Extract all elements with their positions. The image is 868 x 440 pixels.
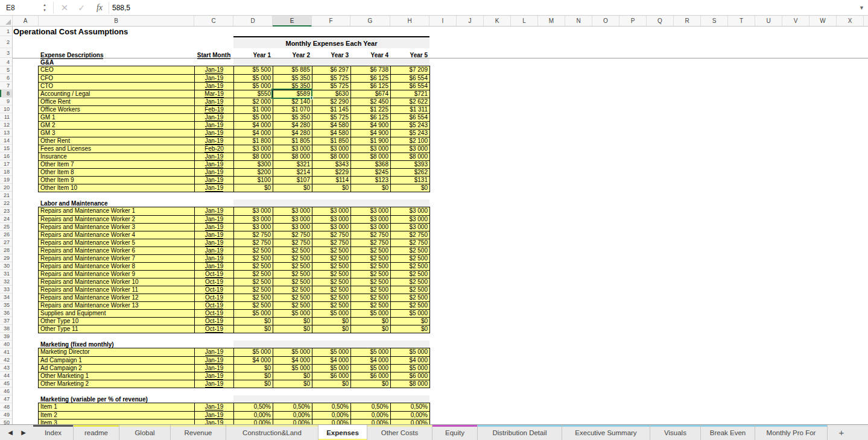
cell-start-month[interactable]: Oct-19 bbox=[194, 294, 233, 301]
cell-year3-value[interactable]: $2 750 bbox=[312, 239, 350, 247]
cell-year5-value[interactable]: $8 000 bbox=[390, 380, 429, 388]
row-header-32[interactable]: 32 bbox=[0, 278, 12, 286]
cell-year5-value[interactable]: $5 243 bbox=[390, 122, 429, 129]
cell-year2-value[interactable]: $5 000 bbox=[273, 310, 312, 317]
row-header-22[interactable]: 22 bbox=[0, 200, 12, 207]
row-header-41[interactable]: 41 bbox=[0, 348, 12, 356]
cell-year3-value[interactable]: $2 500 bbox=[312, 302, 350, 309]
cell-year3-value[interactable]: $2 500 bbox=[312, 263, 350, 270]
cell-year5-value[interactable]: $2 500 bbox=[390, 255, 429, 262]
column-header-j[interactable]: J bbox=[457, 16, 484, 26]
column-header-k[interactable]: K bbox=[484, 16, 511, 26]
section-header-cell[interactable]: Marketing (fixed monthly) bbox=[40, 341, 114, 348]
cell-description[interactable]: GM 3 bbox=[39, 130, 194, 137]
cell-year2-value[interactable]: $5 885 bbox=[273, 66, 312, 74]
name-box-spinner[interactable]: ▲▼ bbox=[41, 2, 48, 13]
cell-description[interactable]: CFO bbox=[39, 75, 194, 82]
cell-year2-value[interactable]: $5 350 bbox=[273, 114, 312, 121]
cell-year4-value[interactable]: $2 500 bbox=[350, 302, 390, 309]
cell-description[interactable]: Repairs and Maintenance Worker 12 bbox=[39, 294, 194, 301]
cell-year2-value[interactable]: $2 500 bbox=[273, 263, 312, 270]
row-header-30[interactable]: 30 bbox=[0, 262, 12, 270]
cell-year2-value[interactable]: $2 750 bbox=[273, 231, 312, 239]
cell-year1-value[interactable]: $5 000 bbox=[233, 114, 273, 121]
row-header-33[interactable]: 33 bbox=[0, 286, 12, 294]
cell-year4-value[interactable]: $368 bbox=[350, 161, 390, 168]
row-header-13[interactable]: 13 bbox=[0, 129, 12, 137]
cell-year3-value[interactable]: $5 000 bbox=[312, 365, 350, 372]
cell-year3-value[interactable]: $1 145 bbox=[312, 106, 350, 113]
column-header-o[interactable]: O bbox=[592, 16, 619, 26]
cell-year2-value[interactable]: $2 500 bbox=[273, 271, 312, 278]
cell-year3-value[interactable]: $4 580 bbox=[312, 130, 350, 137]
cell-year3-value[interactable]: $114 bbox=[312, 177, 350, 184]
cell-year5-value[interactable]: $6 554 bbox=[390, 114, 429, 121]
cell-year4-value[interactable]: $2 500 bbox=[350, 286, 390, 294]
cell-description[interactable]: Other Rent bbox=[39, 137, 194, 145]
cell-year4-value[interactable]: $0 bbox=[350, 325, 390, 333]
cell-year5-value[interactable]: $262 bbox=[390, 169, 429, 176]
row-header-14[interactable]: 14 bbox=[0, 137, 12, 145]
cell-year1-value[interactable]: $2 500 bbox=[233, 263, 273, 270]
cell-year4-value[interactable]: $245 bbox=[350, 169, 390, 176]
cell-description[interactable]: Office Workers bbox=[39, 106, 194, 113]
cell-start-month[interactable]: Jan-19 bbox=[194, 216, 233, 223]
tabs-scroll-left-icon[interactable]: ◀ bbox=[4, 425, 17, 440]
cell-year3-value[interactable]: $1 850 bbox=[312, 137, 350, 145]
cell-start-month[interactable]: Jan-19 bbox=[194, 231, 233, 239]
cell-year3-value[interactable]: $3 000 bbox=[312, 207, 350, 215]
cell-year3-value[interactable]: $0 bbox=[312, 325, 350, 333]
row-header-48[interactable]: 48 bbox=[0, 403, 12, 411]
cell-year3-value[interactable]: $5 725 bbox=[312, 114, 350, 121]
cell-year4-value[interactable]: $1 225 bbox=[350, 106, 390, 113]
cell-start-month[interactable]: Jan-19 bbox=[194, 130, 233, 137]
cell-description[interactable]: Item 3 bbox=[39, 420, 194, 424]
cell-description[interactable]: Other Marketing 1 bbox=[39, 372, 194, 380]
cell-year2-value[interactable]: $5 350 bbox=[273, 75, 312, 82]
cell-year2-value[interactable]: $2 500 bbox=[273, 278, 312, 286]
row-header-20[interactable]: 20 bbox=[0, 184, 12, 192]
cell-year2-value[interactable]: $3 000 bbox=[273, 216, 312, 223]
cell-year1-value[interactable]: $5 000 bbox=[233, 83, 273, 90]
cell-year2-value[interactable]: $4 280 bbox=[273, 122, 312, 129]
cell-year3-value[interactable]: $0 bbox=[312, 380, 350, 388]
cell-year2-value[interactable]: $8 000 bbox=[273, 153, 312, 160]
section-header-cell[interactable]: Labor and Maintenance bbox=[40, 200, 108, 207]
cell-year2-value[interactable]: $1 070 bbox=[273, 106, 312, 113]
cell-year5-value[interactable]: $0 bbox=[390, 184, 429, 192]
cell-year5-value[interactable]: $721 bbox=[390, 90, 429, 98]
cell-description[interactable]: Supplies and Equipment bbox=[39, 310, 194, 317]
row-header-8[interactable]: 8 bbox=[0, 90, 12, 98]
cell-year4-value[interactable]: $2 750 bbox=[350, 239, 390, 247]
row-header-9[interactable]: 9 bbox=[0, 98, 12, 105]
cell-year5-value[interactable]: $0 bbox=[390, 318, 429, 325]
cell-year1-value[interactable]: $3 000 bbox=[233, 216, 273, 223]
year-header-cell[interactable]: Year 4 bbox=[350, 49, 390, 58]
cell-year2-value[interactable]: $2 140 bbox=[273, 98, 312, 105]
cell-year1-value[interactable]: $4 000 bbox=[233, 122, 273, 129]
cell-year5-value[interactable]: $1 311 bbox=[390, 106, 429, 113]
cell-year2-value[interactable]: 0,50% bbox=[273, 403, 312, 411]
cell-start-month[interactable]: Jan-19 bbox=[194, 224, 233, 231]
row-header-36[interactable]: 36 bbox=[0, 309, 12, 317]
column-header-x[interactable]: X bbox=[837, 16, 864, 26]
cell-description[interactable]: GM 1 bbox=[39, 114, 194, 121]
cell-year2-value[interactable]: $107 bbox=[273, 177, 312, 184]
cell-year4-value[interactable]: $3 000 bbox=[350, 145, 390, 152]
cell-start-month[interactable]: Jan-19 bbox=[194, 207, 233, 215]
cell-year5-value[interactable]: 0,00% bbox=[390, 412, 429, 419]
row-header-11[interactable]: 11 bbox=[0, 113, 12, 121]
section-header-cell[interactable]: Marketing (variable per % of revenue) bbox=[40, 396, 148, 403]
row-header-23[interactable]: 23 bbox=[0, 207, 12, 215]
cell-year1-value[interactable]: $3 000 bbox=[233, 224, 273, 231]
cell-year3-value[interactable]: $5 725 bbox=[312, 75, 350, 82]
cell-year4-value[interactable]: $5 000 bbox=[350, 310, 390, 317]
column-header-s[interactable]: S bbox=[701, 16, 728, 26]
row-header-42[interactable]: 42 bbox=[0, 356, 12, 364]
cell-year5-value[interactable]: $4 000 bbox=[390, 357, 429, 364]
cell-year1-value[interactable]: $2 500 bbox=[233, 255, 273, 262]
cell-year4-value[interactable]: 0,00% bbox=[350, 420, 390, 424]
cell-year1-value[interactable]: $5 000 bbox=[233, 75, 273, 82]
cell-start-month[interactable]: Oct-19 bbox=[194, 310, 233, 317]
column-header-t[interactable]: T bbox=[728, 16, 755, 26]
